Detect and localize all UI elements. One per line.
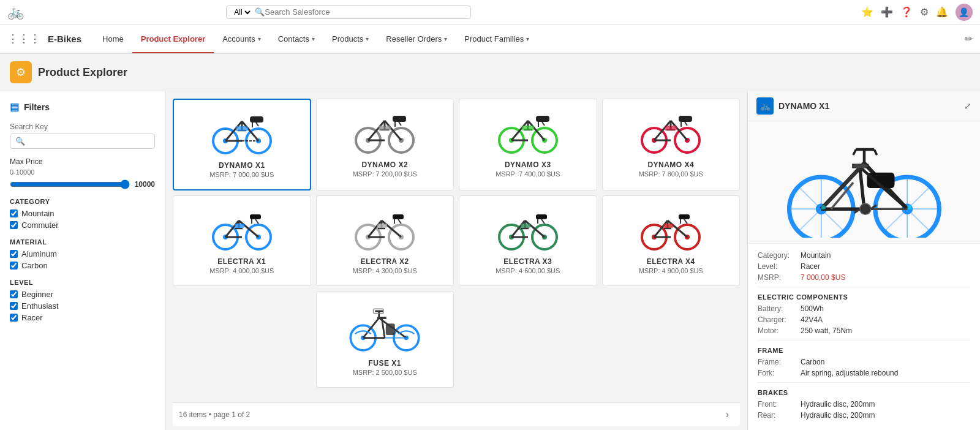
detail-fork-label: Fork:	[758, 369, 801, 377]
svg-point-147	[859, 203, 870, 214]
bike-svg-dynamo-x1	[208, 109, 276, 155]
product-price-electra-x1: MSRP: 4 000,00 $US	[209, 267, 274, 274]
svg-rect-23	[393, 116, 406, 122]
detail-level-label: Level:	[758, 262, 801, 271]
page-header: ⚙ Product Explorer	[0, 54, 980, 91]
nav-reseller-orders[interactable]: Reseller Orders▾	[377, 25, 456, 53]
level-beginner[interactable]: Beginner	[10, 290, 155, 299]
notifications-icon[interactable]: 🔔	[936, 6, 948, 18]
detail-motor-value: 250 watt, 75Nm	[801, 326, 852, 335]
bike-svg-electra-x3	[494, 205, 562, 251]
avatar[interactable]: 👤	[956, 4, 973, 21]
bike-image-dynamo-x4	[634, 107, 707, 156]
bike-image-electra-x1	[205, 203, 279, 252]
product-card-electra-x1[interactable]: ELECTRA X1 MSRP: 4 000,00 $US	[173, 195, 311, 286]
detail-frame-label: Frame:	[758, 358, 801, 366]
product-card-dynamo-x1[interactable]: DYNAMO X1 MSRP: 7 000,00 $US	[173, 99, 311, 190]
global-search[interactable]: All 🔍	[226, 6, 471, 19]
product-card-electra-x2[interactable]: ELECTRA X2 MSRP: 4 300,00 $US	[316, 195, 454, 286]
nav-products[interactable]: Products▾	[323, 25, 377, 53]
nav-product-explorer[interactable]: Product Explorer	[132, 25, 214, 53]
category-title: CATEGORY	[10, 198, 155, 205]
category-commuter-checkbox[interactable]	[10, 221, 18, 229]
help-icon[interactable]: ❓	[900, 6, 913, 18]
detail-battery-label: Battery:	[758, 304, 801, 313]
pagination-bar: 16 items • page 1 of 2 ›	[173, 402, 740, 426]
top-nav: 🚲 All 🔍 ⭐ ➕ ❓ ⚙ 🔔 👤	[0, 0, 980, 25]
material-carbon-checkbox[interactable]	[10, 262, 18, 270]
max-price-section: Max Price 0-10000 10000	[10, 157, 155, 189]
nav-product-families[interactable]: Product Families▾	[456, 25, 538, 53]
top-nav-icons: ⭐ ➕ ❓ ⚙ 🔔 👤	[861, 4, 973, 21]
category-mountain-label: Mountain	[21, 209, 54, 218]
nav-contacts[interactable]: Contacts▾	[270, 25, 323, 53]
expand-button[interactable]: ⤢	[964, 101, 971, 111]
max-price-slider[interactable]	[10, 179, 130, 189]
level-enthusiast-checkbox[interactable]	[10, 302, 18, 310]
level-racer-checkbox[interactable]	[10, 314, 18, 322]
material-aluminum[interactable]: Aluminum	[10, 249, 155, 258]
detail-frame-row: Frame: Carbon	[758, 358, 970, 366]
material-aluminum-label: Aluminum	[21, 249, 57, 258]
bike-svg-dynamo-x4	[637, 108, 704, 154]
detail-battery-value: 500Wh	[801, 304, 824, 313]
favorites-icon[interactable]: ⭐	[861, 6, 873, 18]
product-price-electra-x3: MSRP: 4 600,00 $US	[496, 267, 560, 274]
search-key-label: Search Key	[10, 123, 155, 131]
level-beginner-label: Beginner	[21, 290, 53, 299]
electric-components-title: ELECTRIC COMPONENTS	[758, 293, 970, 301]
level-enthusiast[interactable]: Enthusiast	[10, 301, 155, 311]
category-commuter[interactable]: Commuter	[10, 221, 155, 230]
app-grid-icon[interactable]: ⋮⋮⋮	[7, 32, 40, 45]
nav-home[interactable]: Home	[94, 25, 132, 53]
pagination-next-button[interactable]: ›	[726, 409, 729, 420]
bike-image-electra-x2	[348, 203, 421, 252]
settings-icon[interactable]: ⚙	[920, 6, 929, 18]
bike-image-fuse-x1	[345, 299, 424, 354]
material-title: MATERIAL	[10, 238, 155, 246]
product-card-fuse-x1[interactable]: FUSE X1 MSRP: 2 500,00 $US	[316, 291, 454, 388]
level-beginner-checkbox[interactable]	[10, 290, 18, 298]
level-title: LEVEL	[10, 279, 155, 286]
svg-rect-13	[236, 126, 248, 131]
product-card-electra-x4[interactable]: ELECTRA X4 MSRP: 4 900,00 $US	[602, 195, 741, 286]
filters-panel: ▤ Filters Search Key 🔍 Max Price 0-10000…	[0, 91, 165, 430]
bike-image-dynamo-x2	[348, 107, 421, 156]
product-card-electra-x3[interactable]: ELECTRA X3 MSRP: 4 600,00 $US	[459, 195, 597, 286]
product-price-electra-x4: MSRP: 4 900,00 $US	[639, 267, 703, 274]
category-mountain-checkbox[interactable]	[10, 209, 18, 217]
svg-rect-26	[379, 126, 391, 130]
svg-line-140	[853, 149, 856, 155]
material-aluminum-checkbox[interactable]	[10, 250, 18, 258]
max-price-range-row: 10000	[10, 179, 155, 189]
detail-separator-1	[758, 287, 970, 287]
nav-edit-icon[interactable]: ✏	[965, 33, 973, 45]
product-card-dynamo-x4[interactable]: DYNAMO X4 MSRP: 7 800,00 $US	[602, 99, 741, 190]
nav-accounts[interactable]: Accounts▾	[214, 25, 269, 53]
svg-line-38	[542, 122, 545, 126]
bike-svg-dynamo-x2	[351, 108, 418, 154]
product-card-dynamo-x3[interactable]: DYNAMO X3 MSRP: 7 400,00 $US	[459, 99, 597, 190]
detail-category-value: Mountain	[801, 251, 831, 260]
search-key-input-wrapper[interactable]: 🔍	[10, 134, 155, 149]
max-price-label: Max Price	[10, 157, 155, 166]
detail-rear-brake-value: Hydraulic disc, 200mm	[801, 411, 875, 420]
products-area: DYNAMO X1 MSRP: 7 000,00 $US	[165, 91, 747, 430]
search-scope-select[interactable]: All	[232, 7, 252, 17]
product-card-dynamo-x2[interactable]: DYNAMO X2 MSRP: 7 200,00 $US	[316, 99, 454, 190]
material-carbon[interactable]: Carbon	[10, 261, 155, 270]
bike-svg-electra-x4	[637, 205, 704, 251]
search-input[interactable]	[265, 7, 466, 17]
level-racer-label: Racer	[21, 313, 43, 322]
level-racer[interactable]: Racer	[10, 313, 155, 322]
search-icon: 🔍	[255, 7, 265, 17]
product-price-dynamo-x3: MSRP: 7 400,00 $US	[496, 170, 560, 178]
svg-rect-75	[393, 214, 404, 219]
level-section: LEVEL Beginner Enthusiast Racer	[10, 279, 155, 322]
search-key-input[interactable]	[29, 137, 149, 146]
category-section: CATEGORY Mountain Commuter	[10, 198, 155, 230]
category-mountain[interactable]: Mountain	[10, 209, 155, 218]
filters-header: ▤ Filters	[10, 101, 155, 113]
detail-msrp-row: MSRP: 7 000,00 $US	[758, 273, 970, 282]
add-icon[interactable]: ➕	[881, 6, 893, 18]
